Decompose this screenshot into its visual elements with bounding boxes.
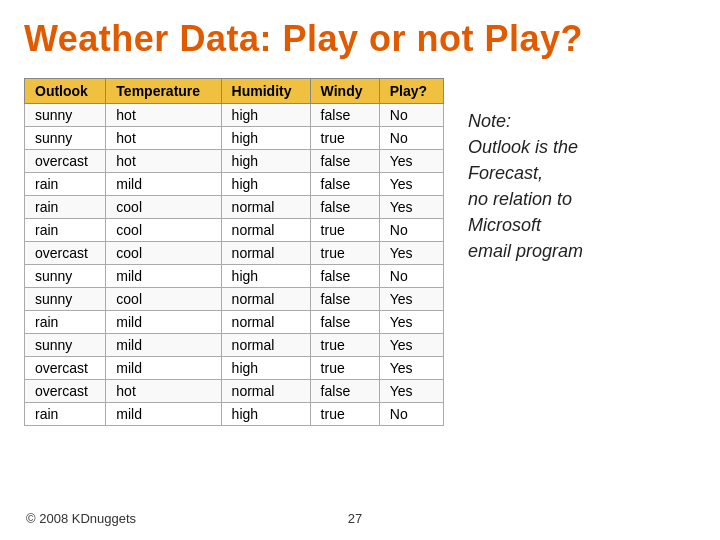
footer-copyright: © 2008 KDnuggets <box>26 511 136 526</box>
table-cell: sunny <box>25 334 106 357</box>
table-cell: overcast <box>25 357 106 380</box>
table-cell: No <box>379 127 443 150</box>
table-cell: rain <box>25 173 106 196</box>
table-row: rainmildhighfalseYes <box>25 173 444 196</box>
table-row: sunnyhothightrueNo <box>25 127 444 150</box>
page: Weather Data: Play or not Play? Outlook … <box>0 0 720 540</box>
table-cell: high <box>221 150 310 173</box>
table-cell: normal <box>221 219 310 242</box>
table-cell: sunny <box>25 288 106 311</box>
table-cell: overcast <box>25 242 106 265</box>
table-cell: false <box>310 150 379 173</box>
note-line5: Microsoft <box>468 215 541 235</box>
table-cell: cool <box>106 242 221 265</box>
table-cell: mild <box>106 311 221 334</box>
weather-table: Outlook Temperature Humidity Windy Play?… <box>24 78 444 426</box>
table-cell: high <box>221 265 310 288</box>
table-cell: false <box>310 196 379 219</box>
note-line2: Outlook is the <box>468 137 578 157</box>
table-cell: normal <box>221 242 310 265</box>
table-cell: high <box>221 357 310 380</box>
table-cell: No <box>379 265 443 288</box>
table-cell: mild <box>106 357 221 380</box>
table-cell: rain <box>25 196 106 219</box>
note-text: Note: Outlook is the Forecast, no relati… <box>468 108 696 265</box>
table-cell: cool <box>106 219 221 242</box>
table-cell: true <box>310 357 379 380</box>
table-row: sunnymildnormaltrueYes <box>25 334 444 357</box>
note-line4: no relation to <box>468 189 572 209</box>
table-cell: mild <box>106 173 221 196</box>
table-cell: Yes <box>379 242 443 265</box>
table-row: rainmildhightrueNo <box>25 403 444 426</box>
content-row: Outlook Temperature Humidity Windy Play?… <box>24 78 696 503</box>
table-row: raincoolnormaltrueNo <box>25 219 444 242</box>
table-cell: high <box>221 173 310 196</box>
table-cell: overcast <box>25 150 106 173</box>
col-header-windy: Windy <box>310 79 379 104</box>
table-cell: mild <box>106 265 221 288</box>
table-cell: sunny <box>25 265 106 288</box>
table-cell: true <box>310 334 379 357</box>
table-cell: mild <box>106 403 221 426</box>
col-header-outlook: Outlook <box>25 79 106 104</box>
col-header-play: Play? <box>379 79 443 104</box>
table-cell: false <box>310 311 379 334</box>
table-cell: No <box>379 104 443 127</box>
table-cell: rain <box>25 311 106 334</box>
table-cell: true <box>310 403 379 426</box>
table-cell: normal <box>221 380 310 403</box>
table-cell: true <box>310 127 379 150</box>
table-cell: false <box>310 265 379 288</box>
table-cell: Yes <box>379 196 443 219</box>
table-cell: false <box>310 380 379 403</box>
table-header-row: Outlook Temperature Humidity Windy Play? <box>25 79 444 104</box>
table-cell: false <box>310 104 379 127</box>
table-cell: high <box>221 403 310 426</box>
table-cell: mild <box>106 334 221 357</box>
table-cell: hot <box>106 104 221 127</box>
table-cell: hot <box>106 380 221 403</box>
table-cell: cool <box>106 196 221 219</box>
table-cell: normal <box>221 334 310 357</box>
table-row: overcasthotnormalfalseYes <box>25 380 444 403</box>
table-cell: Yes <box>379 334 443 357</box>
table-cell: sunny <box>25 127 106 150</box>
table-cell: hot <box>106 127 221 150</box>
table-row: sunnycoolnormalfalseYes <box>25 288 444 311</box>
table-cell: false <box>310 288 379 311</box>
table-cell: normal <box>221 196 310 219</box>
table-cell: high <box>221 127 310 150</box>
table-cell: No <box>379 219 443 242</box>
table-cell: No <box>379 403 443 426</box>
footer: © 2008 KDnuggets 27 <box>24 511 696 526</box>
col-header-humidity: Humidity <box>221 79 310 104</box>
table-row: raincoolnormalfalseYes <box>25 196 444 219</box>
table-cell: true <box>310 219 379 242</box>
footer-page-number: 27 <box>348 511 362 526</box>
table-row: sunnymildhighfalseNo <box>25 265 444 288</box>
table-cell: Yes <box>379 311 443 334</box>
table-row: sunnyhothighfalseNo <box>25 104 444 127</box>
table-cell: normal <box>221 311 310 334</box>
table-cell: rain <box>25 219 106 242</box>
table-cell: rain <box>25 403 106 426</box>
table-row: overcastcoolnormaltrueYes <box>25 242 444 265</box>
col-header-temperature: Temperature <box>106 79 221 104</box>
table-cell: Yes <box>379 380 443 403</box>
note-line3: Forecast, <box>468 163 543 183</box>
page-title: Weather Data: Play or not Play? <box>24 18 696 60</box>
table-cell: cool <box>106 288 221 311</box>
table-cell: false <box>310 173 379 196</box>
note-section: Note: Outlook is the Forecast, no relati… <box>468 78 696 265</box>
table-cell: overcast <box>25 380 106 403</box>
table-cell: sunny <box>25 104 106 127</box>
table-cell: Yes <box>379 173 443 196</box>
note-line1: Note: <box>468 111 511 131</box>
table-cell: normal <box>221 288 310 311</box>
table-section: Outlook Temperature Humidity Windy Play?… <box>24 78 444 426</box>
table-cell: high <box>221 104 310 127</box>
table-row: rainmildnormalfalseYes <box>25 311 444 334</box>
table-cell: true <box>310 242 379 265</box>
table-row: overcasthothighfalseYes <box>25 150 444 173</box>
